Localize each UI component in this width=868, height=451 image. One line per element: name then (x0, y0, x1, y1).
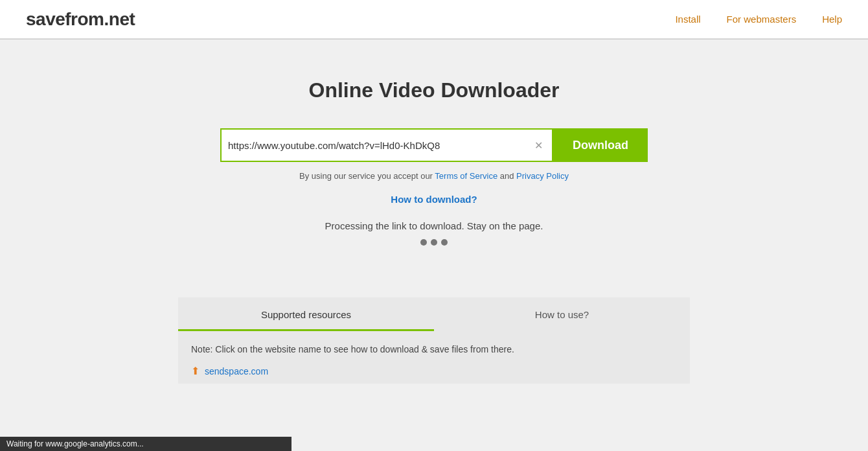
search-bar: ✕ Download (220, 128, 648, 162)
loading-indicator (420, 239, 448, 246)
status-text: Waiting for www.google-analytics.com... (6, 439, 144, 448)
clear-button[interactable]: ✕ (532, 137, 545, 154)
main-content: Online Video Downloader ✕ Download By us… (0, 40, 868, 384)
terms-notice: By using our service you accept our Term… (299, 171, 569, 181)
privacy-policy-link[interactable]: Privacy Policy (516, 171, 569, 181)
nav-webmasters[interactable]: For webmasters (727, 14, 797, 25)
tab-note: Note: Click on the website name to see h… (191, 344, 677, 354)
processing-text: Processing the link to download. Stay on… (325, 220, 543, 231)
site-item: ⬆ sendspace.com (191, 365, 677, 377)
status-bar: Waiting for www.google-analytics.com... (0, 437, 291, 451)
tabs-section: Supported resources How to use? Note: Cl… (178, 297, 690, 384)
tab-how-to-use[interactable]: How to use? (434, 297, 690, 331)
site-link-sendspace[interactable]: sendspace.com (205, 366, 268, 376)
url-input[interactable] (228, 140, 532, 151)
main-nav: Install For webmasters Help (675, 14, 842, 25)
terms-of-service-link[interactable]: Terms of Service (435, 171, 497, 181)
how-to-download-link[interactable]: How to download? (391, 194, 477, 205)
nav-help[interactable]: Help (822, 14, 842, 25)
dot-3 (441, 239, 448, 246)
header: savefrom.net Install For webmasters Help (0, 0, 868, 39)
site-upload-icon: ⬆ (191, 365, 200, 377)
tab-active-indicator (178, 329, 434, 331)
nav-install[interactable]: Install (675, 14, 700, 25)
tab-content: Note: Click on the website name to see h… (178, 331, 690, 384)
page-title: Online Video Downloader (308, 78, 559, 102)
dot-1 (420, 239, 427, 246)
download-button[interactable]: Download (553, 128, 648, 162)
site-logo: savefrom.net (26, 9, 135, 30)
dot-2 (431, 239, 437, 246)
tab-supported-resources[interactable]: Supported resources (178, 297, 434, 331)
input-wrapper: ✕ (220, 128, 553, 162)
tabs-header: Supported resources How to use? (178, 297, 690, 331)
